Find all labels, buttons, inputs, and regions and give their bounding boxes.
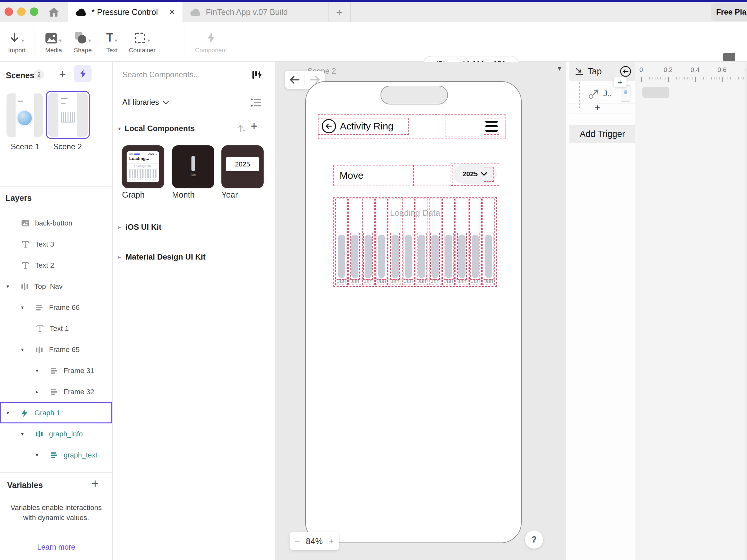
- close-tab-icon[interactable]: ✕: [169, 8, 175, 17]
- graph-column[interactable]: Jan: [362, 198, 375, 285]
- add-step-button[interactable]: +: [591, 103, 604, 113]
- triangle-down-icon[interactable]: ▾: [6, 410, 21, 416]
- selection-box-title-group[interactable]: Activity Ring: [318, 118, 409, 135]
- jump-to-scene-icon[interactable]: [588, 88, 600, 99]
- close-window-button[interactable]: [4, 7, 13, 16]
- scrollbar[interactable]: [745, 62, 747, 560]
- local-components-section-header[interactable]: ▾ Local Components: [118, 124, 195, 133]
- libraries-dropdown[interactable]: All libraries: [122, 98, 169, 107]
- graph-column[interactable]: Jan: [429, 198, 441, 285]
- material-design-ui-kit-section[interactable]: ▸ Material Design UI Kit: [118, 252, 206, 262]
- text-tool-button[interactable]: T Text: [97, 24, 128, 60]
- add-component-button[interactable]: +: [251, 119, 257, 133]
- interactions-lightning-button[interactable]: [74, 65, 92, 82]
- free-plan-badge[interactable]: Free Plan: [711, 3, 747, 21]
- selection-box-chevron[interactable]: [484, 167, 494, 182]
- graph-column[interactable]: Jan: [415, 198, 428, 285]
- layer-row-graph-info[interactable]: ▾graph_info: [0, 423, 112, 445]
- graph-column[interactable]: Jan: [402, 198, 415, 285]
- columns-layer-icon: [21, 282, 29, 291]
- search-components-input[interactable]: Search Components...: [122, 70, 200, 79]
- component-button[interactable]: Component: [196, 24, 227, 60]
- tab-fintech-app[interactable]: FinTech App v.07 Build: [182, 2, 329, 22]
- help-button[interactable]: ?: [525, 531, 543, 549]
- triangle-down-icon[interactable]: ▾: [21, 304, 35, 311]
- triangle-down-icon[interactable]: ▾: [6, 283, 21, 289]
- selection-box-metric[interactable]: Move: [333, 165, 414, 186]
- design-canvas[interactable]: Scene 2 Activity Ring: [275, 62, 565, 560]
- zoom-out-button[interactable]: −: [295, 536, 300, 546]
- layer-row-text-3[interactable]: Text 3: [0, 234, 112, 255]
- triangle-right-icon[interactable]: ▸: [118, 254, 121, 261]
- layer-row-top-nav[interactable]: ▾Top_Nav: [0, 276, 112, 297]
- graph-column[interactable]: Jan: [456, 198, 468, 285]
- scene-thumbnail-mini[interactable]: [621, 85, 630, 102]
- add-scene-button[interactable]: +: [59, 68, 66, 81]
- layer-row-frame-31[interactable]: ▾Frame 31: [0, 360, 112, 381]
- undo-back-button[interactable]: [285, 76, 305, 84]
- layer-row-text-1[interactable]: Text 1: [0, 318, 112, 339]
- component-list-lightning-icon[interactable]: [252, 70, 262, 80]
- jump-action-label[interactable]: J..: [603, 89, 612, 98]
- scene-2-thumbnail-selected[interactable]: [46, 91, 90, 139]
- new-tab-button[interactable]: +: [329, 2, 351, 22]
- component-card-month[interactable]: Jan: [172, 145, 214, 188]
- scene-2-label[interactable]: Scene 2: [46, 142, 89, 151]
- shape-button[interactable]: Shape: [67, 24, 98, 60]
- triangle-down-icon[interactable]: ▾: [118, 126, 121, 132]
- triangle-down-icon[interactable]: ▾: [36, 452, 50, 458]
- shape-icon: [74, 30, 91, 44]
- hamburger-menu-icon[interactable]: [484, 118, 499, 135]
- graph-column[interactable]: Jan: [389, 198, 401, 285]
- triangle-down-icon[interactable]: ▾: [21, 431, 35, 437]
- import-button[interactable]: Import: [1, 24, 32, 60]
- graph-column[interactable]: Jan: [375, 198, 388, 285]
- layer-row-back-button[interactable]: back-button: [0, 213, 112, 234]
- graph-column[interactable]: Jan: [469, 198, 482, 285]
- triangle-right-icon[interactable]: ▸: [118, 224, 121, 231]
- ruler-tick: [644, 77, 644, 79]
- graph-column[interactable]: Jan: [442, 198, 455, 285]
- timeline-area[interactable]: [635, 62, 747, 560]
- list-view-icon[interactable]: [251, 98, 262, 107]
- minimize-window-button[interactable]: [17, 7, 26, 16]
- layer-row-frame-66[interactable]: ▾Frame 66: [0, 297, 112, 318]
- layer-row-graph-text[interactable]: ▾graph_text: [0, 445, 112, 465]
- learn-more-link[interactable]: Learn more: [0, 543, 112, 552]
- layer-row-graph-1[interactable]: ▾Graph 1: [0, 402, 112, 423]
- graph-component-selected[interactable]: Loading Data JanJanJanJanJanJanJanJanJan…: [333, 197, 497, 287]
- triangle-down-icon[interactable]: ▾: [21, 347, 35, 353]
- triangle-down-icon[interactable]: ▾: [36, 368, 50, 374]
- add-variable-button[interactable]: +: [92, 477, 99, 490]
- ios-ui-kit-section[interactable]: ▸ iOS UI Kit: [118, 222, 161, 232]
- bar-selection-box: [350, 233, 360, 280]
- publish-components-icon[interactable]: [237, 123, 247, 133]
- layer-row-frame-32[interactable]: ▸Frame 32: [0, 381, 112, 402]
- media-button[interactable]: Media: [38, 24, 69, 60]
- add-trigger-button[interactable]: Add Trigger: [569, 125, 635, 143]
- graph-column[interactable]: Jan: [483, 198, 495, 285]
- container-button[interactable]: Container: [127, 24, 158, 60]
- zoom-in-button[interactable]: +: [329, 536, 334, 546]
- graph-column[interactable]: Jan: [335, 198, 348, 285]
- component-card-graph[interactable]: 2025 ⌄ Loading... Loading Data: [122, 145, 164, 188]
- iphone-mockup[interactable]: Activity Ring Move 2025 Loading Data Jan…: [305, 81, 522, 543]
- layer-row-frame-65[interactable]: ▾Frame 65: [0, 339, 112, 360]
- layer-row-text-2[interactable]: Text 2: [0, 255, 112, 276]
- panel-collapse-icon[interactable]: ▾: [558, 64, 561, 73]
- tab-pressure-control[interactable]: * Pressure Control ✕: [68, 2, 182, 22]
- component-card-year[interactable]: 2025: [222, 145, 264, 188]
- triangle-right-icon[interactable]: ▸: [36, 389, 50, 395]
- scene-1-label[interactable]: Scene 1: [3, 142, 47, 151]
- maximize-window-button[interactable]: [30, 7, 38, 16]
- add-action-button[interactable]: +: [614, 77, 626, 87]
- back-circle-icon[interactable]: [620, 65, 632, 77]
- graph-column[interactable]: Jan: [348, 198, 361, 285]
- selection-box-spacer[interactable]: [414, 165, 453, 186]
- back-arrow-icon[interactable]: [322, 119, 336, 133]
- ruler-tick: [679, 77, 679, 79]
- home-icon[interactable]: [47, 6, 60, 19]
- zoom-level[interactable]: 84%: [306, 536, 323, 546]
- scene-1-thumbnail[interactable]: [6, 94, 43, 137]
- timeline-track-bar[interactable]: [642, 87, 669, 98]
